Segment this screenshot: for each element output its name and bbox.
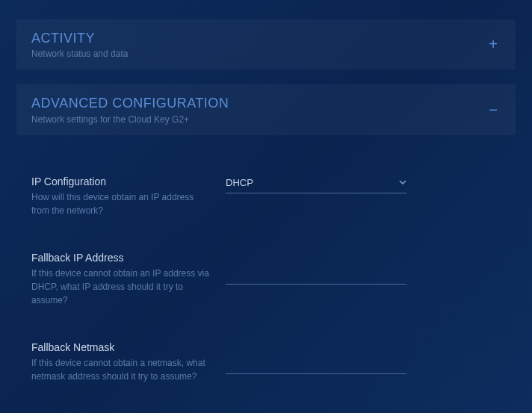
chevron-down-icon [399,180,406,184]
ip-config-row: IP Configuration How will this device ob… [31,176,501,217]
advanced-header-text: ADVANCED CONFIGURATION Network settings … [31,95,229,124]
advanced-title: ADVANCED CONFIGURATION [31,95,229,112]
ip-config-label-col: IP Configuration How will this device ob… [31,176,226,217]
collapse-icon[interactable]: − [486,102,501,119]
fallback-netmask-label: Fallback Netmask [31,341,211,353]
ip-config-value: DHCP [226,177,253,188]
activity-section-header[interactable]: ACTIVITY Network status and data + [16,19,516,69]
ip-config-help: How will this device obtain an IP addres… [31,190,211,217]
fallback-ip-input-col [226,252,406,307]
fallback-netmask-row: Fallback Netmask If this device cannot o… [31,341,501,383]
advanced-form: IP Configuration How will this device ob… [16,150,516,383]
ip-config-input-col: DHCP [226,176,406,217]
fallback-ip-help: If this device cannot obtain an IP addre… [31,267,211,307]
fallback-ip-label: Fallback IP Address [31,252,211,264]
activity-title: ACTIVITY [31,30,128,47]
fallback-netmask-input[interactable] [226,355,406,374]
fallback-netmask-help: If this device cannot obtain a netmask, … [31,356,211,383]
fallback-ip-label-col: Fallback IP Address If this device canno… [31,252,226,307]
fallback-ip-row: Fallback IP Address If this device canno… [31,252,501,307]
advanced-section-header[interactable]: ADVANCED CONFIGURATION Network settings … [16,84,516,134]
activity-subtitle: Network status and data [31,49,128,59]
advanced-subtitle: Network settings for the Cloud Key G2+ [31,114,229,125]
fallback-netmask-input-col [226,341,406,383]
activity-header-text: ACTIVITY Network status and data [31,30,128,59]
fallback-ip-input[interactable] [226,265,406,285]
ip-config-select[interactable]: DHCP [226,177,406,193]
fallback-netmask-label-col: Fallback Netmask If this device cannot o… [31,341,226,383]
ip-config-label: IP Configuration [31,176,211,187]
expand-icon[interactable]: + [486,36,501,53]
